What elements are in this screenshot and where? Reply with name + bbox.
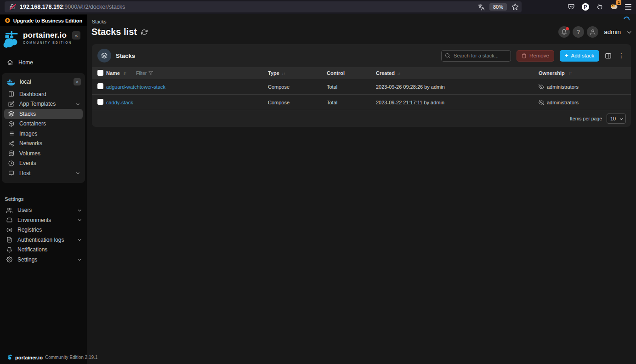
user-icon (590, 29, 596, 35)
upgrade-banner[interactable]: Upgrade to Business Edition (0, 15, 87, 26)
portainer-logo (3, 31, 21, 49)
row-checkbox[interactable] (97, 99, 103, 105)
docker-whale-icon (7, 79, 15, 85)
addon-badge: 1 (616, 0, 621, 5)
loading-spinner (623, 16, 631, 24)
sidebar-item-containers[interactable]: Containers (4, 119, 83, 129)
chevron-down-icon (78, 218, 81, 222)
table-header-row: Name ↓↑ Filter Type ↓↑ Control Created ↓… (92, 67, 631, 79)
sidebar-item-images[interactable]: Images (4, 129, 83, 139)
footer-edition: Community Edition 2.19.1 (45, 355, 98, 360)
sidebar-item-host[interactable]: Host (4, 168, 83, 178)
sort-icons[interactable]: ↓↑ (123, 71, 126, 75)
sidebar-collapse-button[interactable]: « (72, 31, 80, 40)
url-bar[interactable]: 192.168.178.192:9000/#!/2/docker/stacks … (5, 1, 522, 12)
sort-icons[interactable]: ↓↑ (568, 71, 572, 75)
items-per-page-select[interactable]: 10 (607, 114, 626, 124)
sidebar-item-users[interactable]: Users (2, 205, 85, 216)
widget-icon-circle (97, 49, 111, 63)
edit-icon (8, 101, 14, 107)
dashboard-icon (8, 91, 14, 97)
stack-control: Total (327, 100, 376, 105)
columns-toggle-icon[interactable] (605, 52, 612, 59)
radio-icon (6, 227, 12, 233)
sidebar-item-label: Authentication logs (17, 237, 64, 243)
environment-header[interactable]: local × (2, 74, 85, 89)
sort-icons[interactable]: ↓↑ (282, 71, 285, 76)
notifications-button[interactable] (558, 26, 570, 38)
sidebar-item-label: Environments (17, 217, 51, 223)
sidebar-item-label: Events (19, 160, 36, 166)
url-host: 192.168.178.192 (20, 4, 63, 10)
column-header-control: Control (327, 70, 376, 76)
sidebar-item-authentication-logs[interactable]: Authentication logs (2, 235, 85, 245)
sidebar-item-settings[interactable]: Settings (2, 255, 85, 265)
column-header-name[interactable]: Name (106, 70, 120, 76)
sidebar-item-label: App Templates (19, 101, 56, 107)
sidebar-item-environments[interactable]: Environments (2, 215, 85, 225)
sidebar-item-label: Users (17, 207, 32, 213)
extension-icon[interactable] (596, 3, 603, 11)
select-all-checkbox[interactable] (97, 70, 103, 76)
chevron-down-icon[interactable] (627, 29, 631, 33)
column-header-type[interactable]: Type (268, 70, 279, 76)
sidebar-item-label: Volumes (19, 150, 40, 157)
column-header-created[interactable]: Created (376, 70, 395, 76)
stack-name-link[interactable]: adguard-watchtower-stack (106, 84, 165, 90)
stack-ownership: administrators (547, 100, 579, 105)
gear-icon (6, 256, 12, 262)
upgrade-icon (5, 17, 11, 23)
breadcrumb[interactable]: Stacks (92, 19, 107, 24)
sidebar-item-dashboard[interactable]: Dashboard (4, 89, 83, 99)
bookmark-star-icon[interactable] (511, 3, 519, 11)
sidebar-item-registries[interactable]: Registries (2, 225, 85, 235)
sidebar-item-label: Dashboard (19, 91, 46, 97)
eye-off-icon (539, 100, 544, 105)
sidebar-item-label: Containers (19, 120, 46, 127)
chevron-down-icon (76, 171, 80, 175)
translate-icon[interactable] (478, 4, 485, 11)
clock-icon (8, 160, 14, 166)
funnel-icon (148, 71, 153, 75)
sidebar-item-home[interactable]: Home (7, 57, 87, 68)
column-header-ownership[interactable]: Ownership (539, 70, 565, 76)
avatar[interactable] (587, 26, 598, 38)
file-text-icon (6, 237, 12, 243)
search-input[interactable] (441, 50, 511, 62)
sidebar-item-events[interactable]: Events (4, 159, 83, 169)
sidebar-item-stacks[interactable]: Stacks (4, 109, 83, 119)
environment-close-button[interactable]: × (74, 78, 81, 85)
sidebar-item-networks[interactable]: Networks (4, 139, 83, 149)
help-button[interactable]: ? (573, 26, 584, 38)
user-menu[interactable]: admin (604, 28, 621, 35)
sort-icons[interactable]: ↓↑ (397, 71, 400, 76)
kebab-menu-icon[interactable]: ⋮ (617, 52, 625, 59)
zoom-level-badge[interactable]: 80% (489, 3, 507, 11)
remove-button[interactable]: Remove (517, 50, 554, 62)
add-stack-button[interactable]: + Add stack (560, 50, 599, 62)
brand-edition: COMMUNITY EDITION (23, 41, 72, 44)
items-per-page-value: 10 (610, 116, 616, 121)
addon-icon[interactable]: 1 (610, 3, 618, 11)
environment-section: local × Dashboard App Templates Stacks C… (2, 73, 85, 183)
refresh-icon[interactable] (141, 29, 148, 35)
extension-p-icon[interactable]: P (582, 3, 589, 11)
layers-icon (8, 111, 14, 117)
filter-button[interactable]: Filter (136, 70, 153, 76)
server-icon (8, 170, 14, 176)
menu-icon[interactable] (625, 4, 631, 10)
pocket-icon[interactable] (568, 3, 575, 11)
remove-button-label: Remove (529, 53, 549, 58)
widget-title: Stacks (116, 52, 135, 59)
insecure-lock-icon[interactable] (9, 4, 16, 10)
row-checkbox[interactable] (97, 83, 103, 89)
sidebar-item-notifications[interactable]: Notifications (2, 245, 85, 255)
sidebar-item-volumes[interactable]: Volumes (4, 148, 83, 159)
sidebar-item-app-templates[interactable]: App Templates (4, 99, 83, 109)
database-icon (8, 150, 14, 156)
stack-name-link[interactable]: caddy-stack (106, 100, 133, 105)
main-content: Stacks Stacks list ? admin Stacks (87, 14, 636, 364)
plus-icon: + (565, 52, 568, 59)
bell-icon (6, 247, 12, 253)
sidebar: Upgrade to Business Edition portainer.io… (0, 14, 87, 364)
